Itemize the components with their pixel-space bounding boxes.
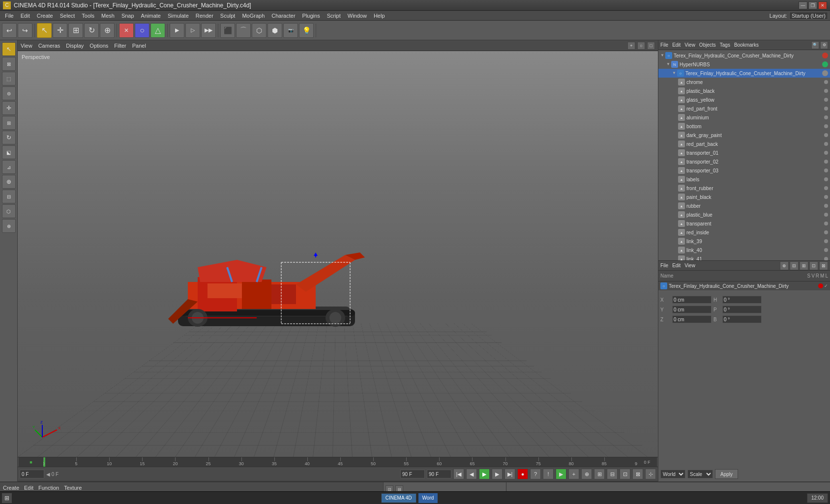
taskbar-cinema-button[interactable]: CINEMA 4D: [381, 493, 416, 503]
live-selection-button[interactable]: ⊠: [2, 57, 16, 71]
rotate-button[interactable]: ↻: [84, 23, 99, 38]
timeline-button[interactable]: !: [543, 469, 554, 479]
redo-button[interactable]: ↪: [18, 23, 32, 38]
viewport-menu-filter[interactable]: Filter: [114, 43, 126, 49]
close-button[interactable]: ✕: [818, 1, 827, 9]
material-tool-button[interactable]: ⊟: [2, 190, 16, 203]
play-button[interactable]: ▶: [479, 469, 490, 479]
menu-help[interactable]: Help: [371, 12, 388, 20]
edge-mode-button[interactable]: △: [150, 23, 165, 38]
viewport-menu-cameras[interactable]: Cameras: [38, 43, 60, 49]
tree-child-item[interactable]: ▲ transporter_02: [658, 157, 830, 166]
move-button[interactable]: ✛: [53, 23, 67, 38]
scene-menu-file[interactable]: File: [660, 42, 668, 48]
viewport-menu-display[interactable]: Display: [66, 43, 84, 49]
select-tool-button[interactable]: ↖: [2, 42, 16, 56]
spline-button[interactable]: ⌒: [236, 23, 251, 38]
tree-child-item[interactable]: ▲ red_inside: [658, 228, 830, 237]
timeline-numbers[interactable]: 051015202530354045505560657075808590: [43, 457, 637, 467]
viewport-menu-options[interactable]: Options: [89, 43, 108, 49]
deformer-button[interactable]: ⬢: [267, 23, 282, 38]
tree-child-item[interactable]: ▲ link_41: [658, 254, 830, 260]
end-frame-input[interactable]: [400, 470, 425, 478]
object-mode-button[interactable]: ✕: [119, 23, 134, 38]
texture-tool-button[interactable]: ⬡: [2, 204, 16, 218]
tree-child-item[interactable]: ▲ transparent: [658, 219, 830, 228]
lasso-selection-button[interactable]: ⊜: [2, 86, 16, 100]
tree-child-item[interactable]: ▲ front_rubber: [658, 184, 830, 193]
tree-child-item[interactable]: ▲ rubber: [658, 201, 830, 210]
scene-menu-tags[interactable]: Tags: [720, 42, 730, 48]
extrude-tool-button[interactable]: ⬕: [2, 145, 16, 159]
rect-selection-button[interactable]: ⬚: [2, 72, 16, 85]
render-all-button[interactable]: ▶▶: [201, 23, 216, 38]
go-end-button[interactable]: ▶|: [504, 469, 515, 479]
move-tool-button[interactable]: ✛: [2, 101, 16, 115]
tree-child-item[interactable]: ▲ plastic_black: [658, 86, 830, 95]
mat-menu-edit[interactable]: Edit: [24, 485, 33, 491]
render-region-button[interactable]: ▷: [185, 23, 200, 38]
transform-mode-select[interactable]: Scale Move Rotate: [687, 470, 713, 478]
next-frame-button[interactable]: ▶: [492, 469, 503, 479]
menu-animate[interactable]: Animate: [138, 12, 164, 20]
knife-tool-button[interactable]: ⊿: [2, 160, 16, 174]
menu-file[interactable]: File: [2, 12, 17, 20]
z-position-input[interactable]: [672, 315, 711, 323]
viewport-icon-1[interactable]: +: [627, 42, 635, 50]
viewport-menu-view[interactable]: View: [21, 43, 32, 49]
select-live-button[interactable]: ↖: [37, 23, 52, 38]
timeline-ruler[interactable]: ■ 051015202530354045505560657075808590 0…: [18, 457, 658, 467]
coord-system-select[interactable]: World Object Local: [660, 470, 685, 478]
record-button[interactable]: ●: [517, 469, 528, 479]
tree-child-item[interactable]: ▲ transporter_01: [658, 148, 830, 157]
obj-icon-5[interactable]: ⊠: [819, 261, 828, 270]
tree-expand-icon[interactable]: ▼: [660, 53, 665, 58]
tree-child-item[interactable]: ▲ red_part_front: [658, 104, 830, 113]
scene-menu-edit[interactable]: Edit: [672, 42, 681, 48]
tree-child-item[interactable]: ▲ link_39: [658, 237, 830, 246]
minimize-button[interactable]: —: [799, 1, 807, 9]
tree-child-item[interactable]: ▲ link_40: [658, 246, 830, 254]
tree-child-item[interactable]: ▲ plastic_blue: [658, 210, 830, 219]
mat-menu-texture[interactable]: Texture: [64, 485, 82, 491]
menu-select[interactable]: Select: [57, 12, 78, 20]
menu-tools[interactable]: Tools: [79, 12, 97, 20]
obj-manager-root-item[interactable]: ○ Terex_Finlay_Hydraulic_Cone_Crusher_Ma…: [658, 281, 830, 290]
viewport-menu-panel[interactable]: Panel: [132, 43, 146, 49]
prev-frame-button[interactable]: ◀: [466, 469, 477, 479]
key-sel-button[interactable]: ⊟: [607, 469, 618, 479]
tree-child-item[interactable]: ▲ red_part_back: [658, 140, 830, 148]
magnet-tool-button[interactable]: ⊕: [2, 175, 16, 189]
tree-child-item[interactable]: ▲ dark_gray_paint: [658, 131, 830, 140]
tree-nurbs-expand-icon[interactable]: ▼: [666, 62, 671, 67]
b-rotation-input[interactable]: [722, 315, 762, 323]
tree-hypernurbs-item[interactable]: ▼ N HyperNURBS: [658, 60, 830, 69]
menu-script[interactable]: Script: [324, 12, 344, 20]
obj-icon-2[interactable]: ⊟: [790, 261, 799, 270]
menu-simulate[interactable]: Simulate: [165, 12, 192, 20]
menu-snap[interactable]: Snap: [119, 12, 137, 20]
scale-tool-button[interactable]: ⊞: [2, 116, 16, 130]
p-rotation-input[interactable]: [722, 306, 762, 313]
obj-icon-1[interactable]: ⊕: [780, 261, 789, 270]
obj-icon-3[interactable]: ⊞: [800, 261, 808, 270]
tree-child-item[interactable]: ▲ aluminium: [658, 113, 830, 122]
taskbar-start-icon[interactable]: ⊞: [2, 493, 12, 503]
menu-render[interactable]: Render: [193, 12, 216, 20]
attr-menu-view[interactable]: View: [684, 263, 695, 268]
camera-button[interactable]: 📷: [283, 23, 298, 38]
go-start-button[interactable]: |◀: [453, 469, 464, 479]
f-curve-button[interactable]: ▶: [556, 469, 566, 479]
y-position-input[interactable]: [672, 306, 711, 313]
taskbar-word-button[interactable]: Word: [418, 493, 438, 503]
tree-root-item[interactable]: ▼ ○ Terex_Finlay_Hydraulic_Cone_Crusher_…: [658, 51, 830, 60]
obj-icon-4[interactable]: ⊡: [809, 261, 818, 270]
axis-tool-button[interactable]: ⊕: [2, 219, 16, 233]
light-button[interactable]: 💡: [299, 23, 314, 38]
tree-child-item[interactable]: ▲ glass_yellow: [658, 95, 830, 104]
auto-key-button[interactable]: ?: [530, 469, 541, 479]
scene-search-button[interactable]: 🔍: [811, 41, 819, 49]
key-all-button[interactable]: ⊞: [594, 469, 605, 479]
current-frame-input[interactable]: [20, 470, 44, 478]
x-position-input[interactable]: [672, 296, 711, 304]
